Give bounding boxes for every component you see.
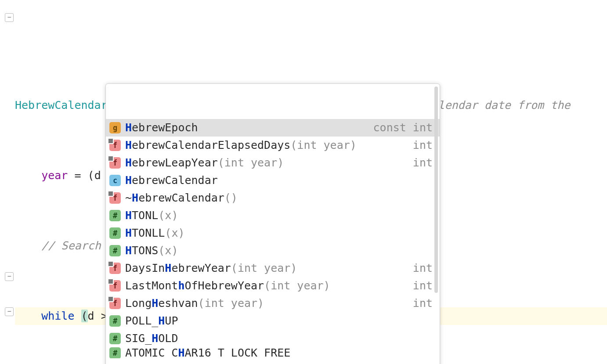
completion-kind-icon: g	[109, 122, 121, 133]
completion-label: HebrewEpoch	[125, 119, 369, 137]
completion-kind-icon: f	[109, 280, 121, 292]
fold-toggle-icon[interactable]: −	[5, 272, 14, 281]
completion-kind-icon: f	[109, 263, 121, 274]
completion-kind-icon: f	[109, 298, 121, 309]
completion-return-type: int	[413, 295, 433, 312]
completion-return-type: int	[413, 137, 433, 154]
autocomplete-item[interactable]: #HTONLL(x)	[106, 224, 440, 242]
autocomplete-item[interactable]: #HTONS(x)	[106, 242, 440, 259]
completion-kind-icon: #	[109, 315, 121, 327]
autocomplete-item[interactable]: #POLL_HUP	[106, 312, 440, 330]
completion-label: POLL_HUP	[125, 312, 428, 330]
autocomplete-popup[interactable]: gHebrewEpochconst intfHebrewCalendarElap…	[105, 83, 440, 364]
code-editor[interactable]: − − − HebrewCalendar::HebrewCalendar(int…	[0, 0, 607, 364]
autocomplete-item[interactable]: fHebrewLeapYear(int year)int	[106, 154, 440, 172]
class-name: HebrewCalendar	[15, 99, 108, 112]
completion-kind-icon: f	[109, 140, 121, 151]
autocomplete-item[interactable]: f~HebrewCalendar()	[106, 189, 440, 207]
completion-kind-icon: #	[109, 347, 121, 359]
completion-kind-icon: f	[109, 157, 121, 169]
autocomplete-item[interactable]: fDaysInHebrewYear(int year)int	[106, 259, 440, 277]
completion-return-type: int	[413, 259, 433, 277]
completion-label: HTONLL(x)	[125, 224, 428, 242]
completion-label: DaysInHebrewYear(int year)	[125, 259, 408, 277]
completion-label: HTONS(x)	[125, 242, 428, 259]
completion-return-type: int	[413, 277, 433, 295]
autocomplete-item[interactable]: cHebrewCalendar	[106, 172, 440, 189]
autocomplete-item[interactable]: #HTONL(x)	[106, 207, 440, 224]
scrollbar[interactable]	[434, 86, 438, 293]
autocomplete-list[interactable]: gHebrewEpochconst intfHebrewCalendarElap…	[106, 119, 440, 358]
autocomplete-item[interactable]: fLongHeshvan(int year)int	[106, 295, 440, 312]
completion-kind-icon: #	[109, 210, 121, 221]
completion-label: ~HebrewCalendar()	[125, 189, 428, 207]
completion-kind-icon: f	[109, 192, 121, 204]
completion-label: ATOMIC_CHAR16_T_LOCK_FREE	[125, 344, 428, 359]
gutter: − − −	[0, 0, 15, 364]
completion-label: HebrewLeapYear(int year)	[125, 154, 408, 172]
completion-return-type: const int	[373, 119, 433, 137]
autocomplete-item[interactable]: fLastMonthOfHebrewYear(int year)int	[106, 277, 440, 295]
completion-kind-icon: #	[109, 333, 121, 344]
fold-toggle-icon[interactable]: −	[5, 13, 14, 22]
completion-label: HebrewCalendarElapsedDays(int year)	[125, 137, 408, 154]
autocomplete-item[interactable]: #ATOMIC_CHAR16_T_LOCK_FREE	[106, 347, 440, 358]
autocomplete-item[interactable]: gHebrewEpochconst int	[106, 119, 440, 137]
completion-label: HTONL(x)	[125, 207, 428, 224]
fold-toggle-icon[interactable]: −	[5, 307, 14, 316]
completion-kind-icon: #	[109, 245, 121, 256]
completion-label: LastMonthOfHebrewYear(int year)	[125, 277, 408, 295]
completion-return-type: int	[413, 154, 433, 172]
completion-kind-icon: c	[109, 175, 121, 186]
completion-label: LongHeshvan(int year)	[125, 295, 408, 312]
completion-kind-icon: #	[109, 227, 121, 239]
completion-label: HebrewCalendar	[125, 172, 428, 189]
autocomplete-item[interactable]: fHebrewCalendarElapsedDays(int year)int	[106, 137, 440, 154]
